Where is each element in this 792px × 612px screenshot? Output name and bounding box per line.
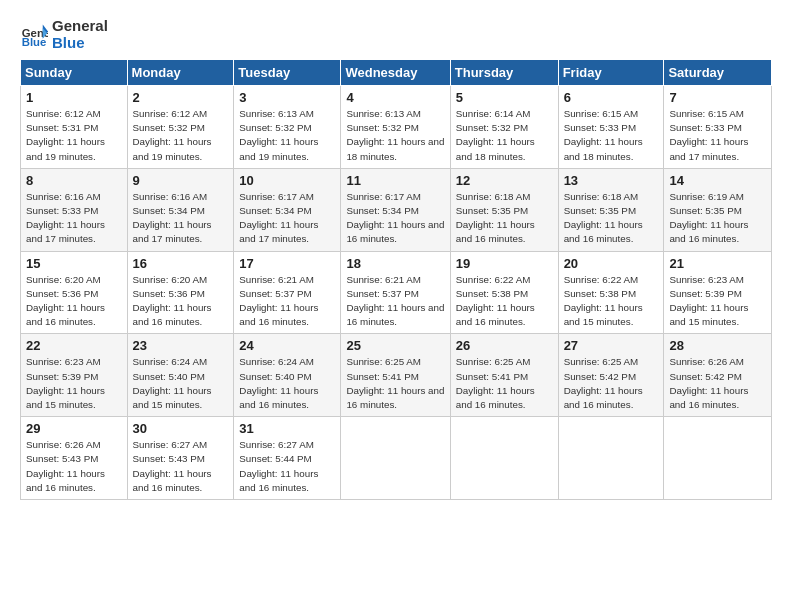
day-info: Sunrise: 6:24 AMSunset: 5:40 PMDaylight:… <box>239 356 318 410</box>
calendar-cell: 29 Sunrise: 6:26 AMSunset: 5:43 PMDaylig… <box>21 417 128 500</box>
calendar-cell: 2 Sunrise: 6:12 AMSunset: 5:32 PMDayligh… <box>127 86 234 169</box>
calendar-cell: 3 Sunrise: 6:13 AMSunset: 5:32 PMDayligh… <box>234 86 341 169</box>
weekday-header-monday: Monday <box>127 60 234 86</box>
calendar-cell: 5 Sunrise: 6:14 AMSunset: 5:32 PMDayligh… <box>450 86 558 169</box>
day-number: 19 <box>456 256 553 271</box>
logo: General Blue General Blue <box>20 18 108 51</box>
calendar-cell: 14 Sunrise: 6:19 AMSunset: 5:35 PMDaylig… <box>664 168 772 251</box>
weekday-header-sunday: Sunday <box>21 60 128 86</box>
day-info: Sunrise: 6:24 AMSunset: 5:40 PMDaylight:… <box>133 356 212 410</box>
calendar-cell: 16 Sunrise: 6:20 AMSunset: 5:36 PMDaylig… <box>127 251 234 334</box>
day-number: 28 <box>669 338 766 353</box>
day-info: Sunrise: 6:15 AMSunset: 5:33 PMDaylight:… <box>564 108 643 162</box>
day-number: 23 <box>133 338 229 353</box>
day-info: Sunrise: 6:22 AMSunset: 5:38 PMDaylight:… <box>456 274 535 328</box>
day-info: Sunrise: 6:25 AMSunset: 5:41 PMDaylight:… <box>346 356 444 410</box>
day-number: 6 <box>564 90 659 105</box>
calendar-cell <box>558 417 664 500</box>
day-info: Sunrise: 6:25 AMSunset: 5:41 PMDaylight:… <box>456 356 535 410</box>
weekday-header-saturday: Saturday <box>664 60 772 86</box>
day-info: Sunrise: 6:19 AMSunset: 5:35 PMDaylight:… <box>669 191 748 245</box>
day-number: 22 <box>26 338 122 353</box>
day-number: 16 <box>133 256 229 271</box>
calendar-cell: 10 Sunrise: 6:17 AMSunset: 5:34 PMDaylig… <box>234 168 341 251</box>
calendar-cell: 17 Sunrise: 6:21 AMSunset: 5:37 PMDaylig… <box>234 251 341 334</box>
calendar-cell: 21 Sunrise: 6:23 AMSunset: 5:39 PMDaylig… <box>664 251 772 334</box>
calendar-cell <box>664 417 772 500</box>
day-info: Sunrise: 6:18 AMSunset: 5:35 PMDaylight:… <box>456 191 535 245</box>
day-info: Sunrise: 6:15 AMSunset: 5:33 PMDaylight:… <box>669 108 748 162</box>
weekday-header-wednesday: Wednesday <box>341 60 450 86</box>
day-info: Sunrise: 6:13 AMSunset: 5:32 PMDaylight:… <box>239 108 318 162</box>
calendar-cell: 30 Sunrise: 6:27 AMSunset: 5:43 PMDaylig… <box>127 417 234 500</box>
calendar-cell: 26 Sunrise: 6:25 AMSunset: 5:41 PMDaylig… <box>450 334 558 417</box>
calendar-cell: 6 Sunrise: 6:15 AMSunset: 5:33 PMDayligh… <box>558 86 664 169</box>
day-number: 1 <box>26 90 122 105</box>
day-info: Sunrise: 6:21 AMSunset: 5:37 PMDaylight:… <box>346 274 444 328</box>
calendar-cell: 9 Sunrise: 6:16 AMSunset: 5:34 PMDayligh… <box>127 168 234 251</box>
day-number: 29 <box>26 421 122 436</box>
calendar-cell: 8 Sunrise: 6:16 AMSunset: 5:33 PMDayligh… <box>21 168 128 251</box>
day-info: Sunrise: 6:14 AMSunset: 5:32 PMDaylight:… <box>456 108 535 162</box>
calendar-cell <box>450 417 558 500</box>
day-number: 2 <box>133 90 229 105</box>
svg-text:Blue: Blue <box>22 36 47 48</box>
weekday-header-friday: Friday <box>558 60 664 86</box>
calendar-table: SundayMondayTuesdayWednesdayThursdayFrid… <box>20 59 772 500</box>
calendar-cell: 12 Sunrise: 6:18 AMSunset: 5:35 PMDaylig… <box>450 168 558 251</box>
day-number: 13 <box>564 173 659 188</box>
calendar-row: 1 Sunrise: 6:12 AMSunset: 5:31 PMDayligh… <box>21 86 772 169</box>
day-number: 17 <box>239 256 335 271</box>
day-info: Sunrise: 6:12 AMSunset: 5:32 PMDaylight:… <box>133 108 212 162</box>
day-info: Sunrise: 6:21 AMSunset: 5:37 PMDaylight:… <box>239 274 318 328</box>
day-info: Sunrise: 6:26 AMSunset: 5:43 PMDaylight:… <box>26 439 105 493</box>
header: General Blue General Blue <box>20 18 772 51</box>
calendar-cell: 20 Sunrise: 6:22 AMSunset: 5:38 PMDaylig… <box>558 251 664 334</box>
day-number: 21 <box>669 256 766 271</box>
day-info: Sunrise: 6:17 AMSunset: 5:34 PMDaylight:… <box>239 191 318 245</box>
day-info: Sunrise: 6:26 AMSunset: 5:42 PMDaylight:… <box>669 356 748 410</box>
calendar-row: 29 Sunrise: 6:26 AMSunset: 5:43 PMDaylig… <box>21 417 772 500</box>
calendar-cell: 13 Sunrise: 6:18 AMSunset: 5:35 PMDaylig… <box>558 168 664 251</box>
calendar-cell: 15 Sunrise: 6:20 AMSunset: 5:36 PMDaylig… <box>21 251 128 334</box>
day-number: 24 <box>239 338 335 353</box>
day-number: 31 <box>239 421 335 436</box>
calendar-cell: 24 Sunrise: 6:24 AMSunset: 5:40 PMDaylig… <box>234 334 341 417</box>
day-number: 10 <box>239 173 335 188</box>
day-info: Sunrise: 6:20 AMSunset: 5:36 PMDaylight:… <box>26 274 105 328</box>
day-info: Sunrise: 6:20 AMSunset: 5:36 PMDaylight:… <box>133 274 212 328</box>
day-info: Sunrise: 6:27 AMSunset: 5:43 PMDaylight:… <box>133 439 212 493</box>
day-number: 5 <box>456 90 553 105</box>
day-info: Sunrise: 6:22 AMSunset: 5:38 PMDaylight:… <box>564 274 643 328</box>
logo-general: General <box>52 18 108 35</box>
calendar-cell: 11 Sunrise: 6:17 AMSunset: 5:34 PMDaylig… <box>341 168 450 251</box>
day-number: 26 <box>456 338 553 353</box>
day-info: Sunrise: 6:16 AMSunset: 5:33 PMDaylight:… <box>26 191 105 245</box>
day-number: 14 <box>669 173 766 188</box>
calendar-cell: 23 Sunrise: 6:24 AMSunset: 5:40 PMDaylig… <box>127 334 234 417</box>
day-info: Sunrise: 6:27 AMSunset: 5:44 PMDaylight:… <box>239 439 318 493</box>
day-info: Sunrise: 6:18 AMSunset: 5:35 PMDaylight:… <box>564 191 643 245</box>
calendar-cell: 18 Sunrise: 6:21 AMSunset: 5:37 PMDaylig… <box>341 251 450 334</box>
calendar-cell: 4 Sunrise: 6:13 AMSunset: 5:32 PMDayligh… <box>341 86 450 169</box>
day-number: 7 <box>669 90 766 105</box>
day-info: Sunrise: 6:12 AMSunset: 5:31 PMDaylight:… <box>26 108 105 162</box>
day-info: Sunrise: 6:23 AMSunset: 5:39 PMDaylight:… <box>26 356 105 410</box>
calendar-cell: 28 Sunrise: 6:26 AMSunset: 5:42 PMDaylig… <box>664 334 772 417</box>
day-info: Sunrise: 6:25 AMSunset: 5:42 PMDaylight:… <box>564 356 643 410</box>
logo-blue: Blue <box>52 35 108 52</box>
day-number: 15 <box>26 256 122 271</box>
page: General Blue General Blue SundayMondayTu… <box>0 0 792 612</box>
calendar-cell: 19 Sunrise: 6:22 AMSunset: 5:38 PMDaylig… <box>450 251 558 334</box>
calendar-row: 15 Sunrise: 6:20 AMSunset: 5:36 PMDaylig… <box>21 251 772 334</box>
day-number: 11 <box>346 173 444 188</box>
calendar-row: 8 Sunrise: 6:16 AMSunset: 5:33 PMDayligh… <box>21 168 772 251</box>
weekday-header-thursday: Thursday <box>450 60 558 86</box>
day-number: 3 <box>239 90 335 105</box>
day-number: 4 <box>346 90 444 105</box>
day-info: Sunrise: 6:16 AMSunset: 5:34 PMDaylight:… <box>133 191 212 245</box>
day-number: 8 <box>26 173 122 188</box>
day-info: Sunrise: 6:23 AMSunset: 5:39 PMDaylight:… <box>669 274 748 328</box>
logo-icon: General Blue <box>20 21 48 49</box>
calendar-cell: 27 Sunrise: 6:25 AMSunset: 5:42 PMDaylig… <box>558 334 664 417</box>
